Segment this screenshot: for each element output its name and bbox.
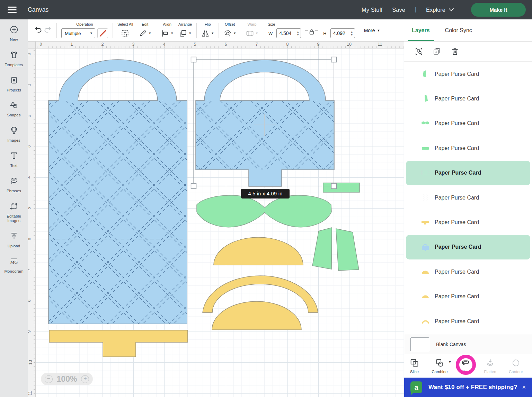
- width-input[interactable]: 4.504 ▲▼: [276, 28, 301, 38]
- layer-thumb-green-bow: [421, 119, 430, 128]
- canvas-shape-green-trapezoid-right[interactable]: [336, 229, 359, 271]
- attach-button[interactable]: Attach: [460, 358, 472, 374]
- layer-row[interactable]: Paper Purse Card: [406, 161, 530, 185]
- edit-toolbar: Operation Multiple ▼ Select All Edit: [28, 19, 404, 42]
- layer-label: Paper Purse Card: [435, 269, 479, 275]
- arrange-button[interactable]: ▼: [179, 29, 192, 38]
- sidebar-item-new[interactable]: New: [0, 25, 27, 42]
- header: Canvas My Stuff Save | Explore Make It: [0, 0, 532, 19]
- ruler-h-number: 5: [194, 42, 196, 47]
- width-stepper[interactable]: ▲▼: [295, 29, 301, 38]
- height-stepper[interactable]: ▲▼: [349, 29, 355, 38]
- sidebar-item-editable-images[interactable]: Editable Images: [0, 202, 27, 224]
- ruler-h-number: 1: [71, 42, 73, 47]
- zoom-out-button[interactable]: −: [45, 375, 53, 383]
- group-select-icon[interactable]: [415, 47, 423, 56]
- sidebar-item-images[interactable]: Images: [0, 126, 27, 143]
- duplicate-icon[interactable]: [433, 47, 441, 56]
- layer-row[interactable]: Paper Purse Card: [404, 111, 532, 136]
- canvas-shape-purse-selected[interactable]: [196, 60, 334, 186]
- canvas-shape-yellow-semicircle-top[interactable]: [214, 237, 303, 265]
- edit-button[interactable]: ▼: [139, 29, 151, 38]
- tab-color-sync[interactable]: Color Sync: [445, 19, 472, 41]
- sidebar-item-projects[interactable]: Projects: [0, 76, 27, 93]
- layer-thumb-green-rect: [421, 144, 430, 153]
- sidebar-item-phrases[interactable]: Phrases: [0, 176, 27, 194]
- canvas-shape-green-rectangle[interactable]: [323, 183, 360, 192]
- canvas-shape-green-bow[interactable]: [197, 195, 331, 227]
- width-label: W: [268, 31, 273, 36]
- layer-label: Paper Purse Card: [435, 318, 479, 325]
- layer-thumb-green-trap-left: [421, 70, 430, 79]
- tab-layers[interactable]: Layers: [412, 19, 430, 41]
- flip-button[interactable]: ▼: [201, 29, 214, 38]
- arrange-label: Arrange: [178, 22, 192, 26]
- layer-row[interactable]: Paper Purse Card: [404, 309, 532, 334]
- ruler-h-number: 4: [163, 42, 166, 47]
- flatten-button: Flatten: [484, 358, 496, 374]
- sidebar-item-text[interactable]: Text: [0, 151, 27, 168]
- layer-thumb-yellow-semi: [421, 267, 430, 276]
- blank-canvas-thumb: [410, 337, 429, 351]
- promo-close-icon[interactable]: ×: [522, 384, 526, 391]
- undo-button[interactable]: [34, 25, 43, 35]
- operation-value: Multiple: [65, 31, 81, 36]
- redo-button[interactable]: [43, 25, 52, 35]
- sidebar-item-shapes[interactable]: Shapes: [0, 100, 27, 118]
- align-button[interactable]: ▼: [161, 29, 174, 38]
- warp-button[interactable]: ▼: [246, 29, 258, 38]
- select-all-button[interactable]: [121, 29, 130, 38]
- operation-select[interactable]: Multiple ▼: [61, 28, 95, 38]
- layer-row[interactable]: Paper Purse Card: [404, 86, 532, 111]
- more-button[interactable]: More ▼: [364, 28, 380, 33]
- sidebar: New Templates Projects Shapes Images Tex…: [0, 19, 28, 397]
- sidebar-item-label: Editable Images: [0, 214, 27, 224]
- canvas-shape-yellow-base[interactable]: [49, 330, 188, 357]
- color-swatch[interactable]: [97, 28, 108, 38]
- offset-button[interactable]: ▼: [223, 29, 236, 38]
- layer-row[interactable]: Paper Purse Card: [404, 62, 532, 86]
- sidebar-item-monogram[interactable]: MG Monogram: [0, 257, 27, 274]
- zoom-in-button[interactable]: +: [81, 375, 89, 383]
- canvas-shape-green-trapezoid-left[interactable]: [312, 228, 332, 269]
- canvas-grid[interactable]: [36, 48, 404, 397]
- layer-label: Paper Purse Card: [435, 195, 479, 201]
- explore-menu[interactable]: Explore: [426, 7, 454, 13]
- attach-icon: [461, 358, 470, 369]
- layer-label: Paper Purse Card: [435, 244, 481, 250]
- sidebar-item-label: Monogram: [5, 269, 24, 274]
- my-stuff-link[interactable]: My Stuff: [362, 7, 382, 13]
- slice-button[interactable]: Slice: [410, 358, 419, 374]
- sidebar-item-upload[interactable]: Upload: [0, 231, 27, 249]
- sidebar-item-templates[interactable]: Templates: [0, 50, 27, 68]
- layer-row[interactable]: Paper Purse Card: [404, 136, 532, 160]
- layer-row[interactable]: Paper Purse Card: [404, 284, 532, 309]
- layer-label: Paper Purse Card: [435, 96, 479, 102]
- promo-logo-icon: a: [410, 381, 422, 393]
- canvas-shape-yellow-semicircle-bottom[interactable]: [212, 301, 301, 330]
- combine-button[interactable]: Combine▼: [432, 358, 447, 374]
- flip-label: Flip: [205, 22, 211, 26]
- zoom-control: − 100% +: [41, 373, 93, 385]
- operation-label: Operation: [76, 22, 93, 26]
- action-label: Attach: [460, 370, 472, 374]
- blank-canvas-row[interactable]: Blank Canvas: [404, 334, 532, 354]
- layer-row[interactable]: Paper Purse Card: [404, 185, 532, 210]
- trash-icon[interactable]: [451, 47, 459, 56]
- layer-row[interactable]: Paper Purse Card: [406, 235, 530, 259]
- height-input[interactable]: 4.092 ▲▼: [330, 28, 355, 38]
- make-it-button[interactable]: Make It: [471, 3, 526, 17]
- layer-row[interactable]: Paper Purse Card: [404, 259, 532, 284]
- canvas-shape-purse-body-left[interactable]: [48, 60, 187, 324]
- layer-tools: [404, 42, 532, 62]
- layer-row[interactable]: Paper Purse Card: [404, 210, 532, 235]
- promo-banner: a Want $10 off + FREE shipping? ×: [404, 378, 532, 397]
- hamburger-menu-icon[interactable]: [8, 5, 17, 15]
- chevron-down-icon[interactable]: ▼: [448, 360, 451, 364]
- sidebar-item-label: Shapes: [7, 113, 20, 118]
- contour-button: Contour: [509, 358, 523, 374]
- size-lock[interactable]: [305, 28, 318, 35]
- editable-frame-icon: [9, 202, 19, 212]
- save-link[interactable]: Save: [392, 7, 405, 13]
- selection-handle-top-left: [191, 57, 196, 62]
